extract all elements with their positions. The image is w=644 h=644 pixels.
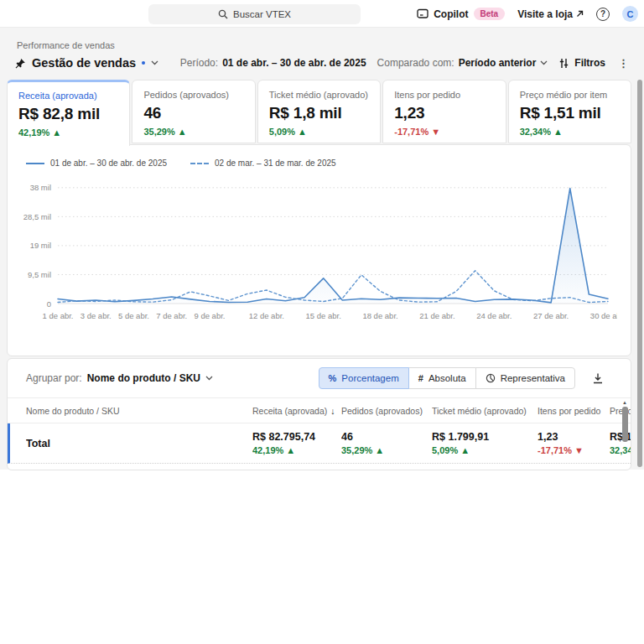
solid-line-swatch xyxy=(26,163,44,164)
external-link-icon xyxy=(576,10,584,18)
svg-text:24 de abr.: 24 de abr. xyxy=(476,311,512,320)
table-scrollbar[interactable]: ▲ xyxy=(621,400,628,442)
copilot-button[interactable]: Copilot Beta xyxy=(417,8,505,20)
kpi-delta: -17,71% ▼ xyxy=(394,127,494,137)
chart-legend: 01 de abr. – 30 de abr. de 2025 02 de ma… xyxy=(26,158,617,168)
kpi-value: 1,23 xyxy=(394,104,494,122)
view-mode-label: Representativa xyxy=(501,373,565,383)
kpi-delta: 42,19% ▲ xyxy=(18,127,118,138)
svg-text:9,5 mil: 9,5 mil xyxy=(28,270,51,279)
table-scrollbar-thumb[interactable] xyxy=(622,407,628,442)
kpi-tab-preco-medio[interactable]: Preço médio por item R$ 1,51 mil 32,34% … xyxy=(508,80,631,143)
svg-text:3 de abr.: 3 de abr. xyxy=(80,311,112,320)
column-header-pedidos[interactable]: Pedidos (aprovados) xyxy=(341,406,432,416)
group-by-selector[interactable]: Agrupar por: Nome do produto / SKU xyxy=(26,372,213,384)
hash-icon: # xyxy=(418,373,423,383)
page-scrollbar-thumb[interactable] xyxy=(637,80,642,467)
sales-chart-card: 01 de abr. – 30 de abr. de 2025 02 de ma… xyxy=(7,144,631,356)
sales-chart-svg: 09,5 mil19 mil28,5 mil38 mil1 de abr.3 d… xyxy=(21,176,617,340)
column-header-receita[interactable]: Receita (aprovada)↓ xyxy=(252,406,341,416)
filters-button[interactable]: Filtros xyxy=(558,57,605,69)
compare-label: Comparado com: xyxy=(377,57,454,69)
kpi-value: R$ 1,8 mil xyxy=(269,104,369,122)
column-header-nome[interactable]: Nome do produto / SKU xyxy=(26,406,252,416)
copilot-label: Copilot xyxy=(434,8,468,20)
svg-text:1 de abr.: 1 de abr. xyxy=(43,311,74,320)
percent-icon: % xyxy=(329,373,337,383)
svg-text:18 de abr.: 18 de abr. xyxy=(362,311,397,320)
legend-label: 02 de mar. – 31 de mar. de 2025 xyxy=(215,158,336,168)
breadcrumb: Performance de vendas xyxy=(17,40,644,50)
row-name: Total xyxy=(26,438,252,449)
table-row-total[interactable]: Total R$ 82.795,74 42,19% ▲ 46 35,29% ▲ … xyxy=(8,423,631,464)
download-button[interactable] xyxy=(590,371,605,386)
chevron-down-icon xyxy=(151,60,158,65)
period-value: 01 de abr. – 30 de abr. de 2025 xyxy=(222,57,366,69)
page-header-row: Gestão de vendas Período: 01 de abr. – 3… xyxy=(15,56,631,70)
filters-label: Filtros xyxy=(574,57,605,69)
view-mode-representativa-button[interactable]: Representativa xyxy=(475,367,575,389)
view-mode-label: Absoluta xyxy=(428,373,466,383)
dashed-line-swatch xyxy=(190,163,209,164)
topbar-right: Copilot Beta Visite a loja ? C xyxy=(417,0,638,28)
search-icon xyxy=(218,9,228,19)
scroll-up-arrow-icon[interactable]: ▲ xyxy=(622,400,627,405)
kpi-label: Receita (aprovada) xyxy=(18,91,118,101)
sort-desc-icon: ↓ xyxy=(330,406,335,416)
help-icon[interactable]: ? xyxy=(596,8,610,21)
svg-text:12 de abr.: 12 de abr. xyxy=(249,311,284,320)
view-mode-label: Porcentagem xyxy=(341,373,398,383)
chevron-down-icon xyxy=(540,60,548,65)
svg-text:7 de abr.: 7 de abr. xyxy=(156,311,187,320)
kpi-delta: 5,09% ▲ xyxy=(269,127,369,137)
pie-chart-icon xyxy=(486,373,496,383)
svg-text:9 de abr.: 9 de abr. xyxy=(194,311,225,320)
view-mode-absoluta-button[interactable]: # Absoluta xyxy=(408,367,476,389)
period-selector[interactable]: Período: 01 de abr. – 30 de abr. de 2025 xyxy=(180,57,366,69)
legend-label: 01 de abr. – 30 de abr. de 2025 xyxy=(50,158,167,168)
visit-store-link[interactable]: Visite a loja xyxy=(517,8,584,20)
page-title-group[interactable]: Gestão de vendas xyxy=(15,56,158,70)
kpi-tab-ticket-medio[interactable]: Ticket médio (aprovado) R$ 1,8 mil 5,09%… xyxy=(257,80,381,143)
visit-store-label: Visite a loja xyxy=(517,8,573,20)
view-mode-area: % Porcentagem # Absoluta Representativa xyxy=(319,367,621,389)
kpi-tab-pedidos[interactable]: Pedidos (aprovados) 46 35,29% ▲ xyxy=(132,80,255,143)
cell-receita: R$ 82.795,74 42,19% ▲ xyxy=(252,431,341,455)
avatar[interactable]: C xyxy=(622,6,638,22)
compare-selector[interactable]: Comparado com: Período anterior xyxy=(377,57,548,69)
kpi-value: 46 xyxy=(143,104,243,122)
period-label: Período: xyxy=(180,57,218,69)
kpi-label: Itens por pedido xyxy=(394,90,494,100)
svg-text:28,5 mil: 28,5 mil xyxy=(23,212,51,221)
unsaved-dot xyxy=(142,61,145,65)
page-title: Gestão de vendas xyxy=(32,56,136,70)
search-placeholder: Buscar VTEX xyxy=(233,9,291,19)
legend-item-previous-period[interactable]: 02 de mar. – 31 de mar. de 2025 xyxy=(190,158,336,168)
svg-text:21 de abr.: 21 de abr. xyxy=(419,311,454,320)
compare-value: Período anterior xyxy=(459,57,537,69)
kebab-menu-icon[interactable]: ⋮ xyxy=(616,57,631,70)
table-toolbar: Agrupar por: Nome do produto / SKU % Por… xyxy=(8,359,631,397)
kpi-delta: 35,29% ▲ xyxy=(143,127,243,137)
kpi-tab-receita[interactable]: Receita (aprovada) R$ 82,8 mil 42,19% ▲ xyxy=(7,80,130,146)
cell-itens: 1,23 -17,71% ▼ xyxy=(538,431,610,455)
legend-item-current-period[interactable]: 01 de abr. – 30 de abr. de 2025 xyxy=(26,158,167,168)
view-mode-porcentagem-button[interactable]: % Porcentagem xyxy=(319,367,409,389)
svg-text:38 mil: 38 mil xyxy=(30,183,51,192)
topbar: Buscar VTEX Copilot Beta Visite a loja ?… xyxy=(0,0,644,28)
kpi-tab-itens-por-pedido[interactable]: Itens por pedido 1,23 -17,71% ▼ xyxy=(382,80,506,143)
kpi-label: Preço médio por item xyxy=(520,90,620,100)
header-controls: Período: 01 de abr. – 30 de abr. de 2025… xyxy=(180,57,631,70)
column-header-ticket[interactable]: Ticket médio (aprovado) xyxy=(432,406,538,416)
svg-text:30 de abr.: 30 de abr. xyxy=(590,311,617,320)
kpi-label: Ticket médio (aprovado) xyxy=(269,90,369,100)
vtex-admin-screen: Buscar VTEX Copilot Beta Visite a loja ?… xyxy=(0,0,644,644)
view-mode-segmented-control: % Porcentagem # Absoluta Representativa xyxy=(319,367,575,389)
kpi-delta: 32,34% ▲ xyxy=(520,127,620,137)
search-input[interactable]: Buscar VTEX xyxy=(148,4,361,24)
column-header-itens[interactable]: Itens por pedido xyxy=(538,406,610,416)
filters-icon xyxy=(558,58,569,69)
svg-text:27 de abr.: 27 de abr. xyxy=(533,311,569,320)
copilot-icon xyxy=(417,8,428,19)
cell-ticket: R$ 1.799,91 5,09% ▲ xyxy=(432,431,538,455)
